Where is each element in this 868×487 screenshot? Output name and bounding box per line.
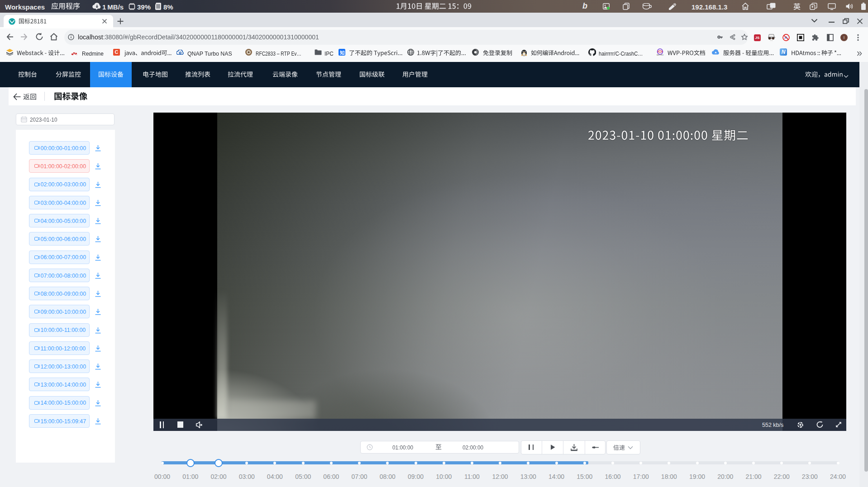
svg-text:WVP-PRO: WVP-PRO: [657, 54, 664, 56]
